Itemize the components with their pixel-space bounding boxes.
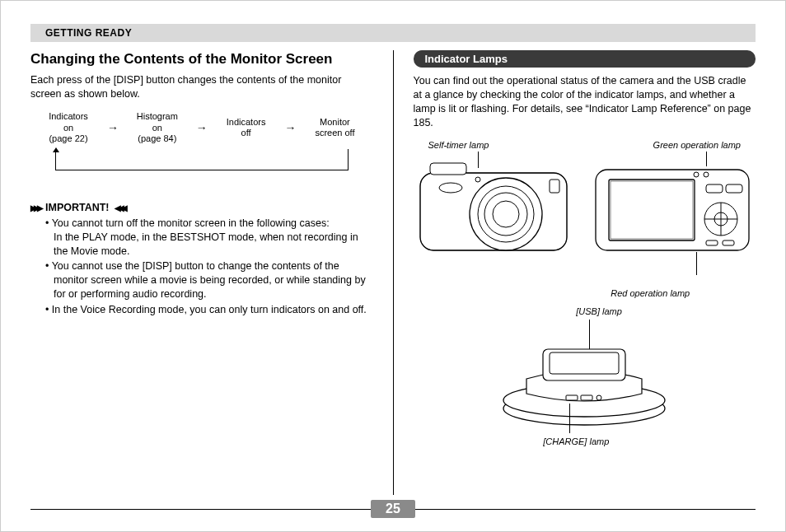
disp-flow-diagram: Indicators on (page 22) → Histogram on (… <box>30 111 373 185</box>
svg-rect-9 <box>550 180 559 193</box>
flow-item-indicators-on: Indicators on (page 22) <box>35 111 101 145</box>
page-footer: 25 <box>30 500 756 518</box>
triangle-right-icon <box>30 202 40 213</box>
svg-rect-20 <box>726 184 742 193</box>
two-column-layout: Changing the Contents of the Monitor Scr… <box>30 50 756 495</box>
arrow-right-icon: → <box>196 121 208 134</box>
camera-back-svg <box>591 155 756 262</box>
flow-item-monitor-off: Monitor screen off <box>302 117 367 140</box>
self-timer-lamp-label: Self-timer lamp <box>428 140 489 150</box>
important-item: You cannot turn off the monitor screen i… <box>45 217 373 259</box>
important-item: In the Voice Recording mode, you can onl… <box>45 303 373 317</box>
camera-front-svg <box>414 155 574 262</box>
svg-rect-28 <box>581 395 592 400</box>
svg-point-29 <box>597 395 601 400</box>
page: GETTING READY Changing the Contents of t… <box>0 0 786 532</box>
red-operation-lamp-label: Red operation lamp <box>414 288 756 298</box>
important-heading: IMPORTANT! <box>30 202 373 213</box>
flow-item-histogram-on: Histogram on (page 84) <box>124 111 190 145</box>
section-header-text: GETTING READY <box>45 27 132 39</box>
left-column: Changing the Contents of the Monitor Scr… <box>30 50 373 495</box>
arrow-right-icon: → <box>285 121 297 134</box>
leader-line <box>569 404 570 433</box>
usb-cradle-svg <box>494 329 675 428</box>
svg-rect-26 <box>550 352 619 374</box>
svg-point-6 <box>493 201 519 227</box>
leader-line <box>478 152 479 168</box>
svg-rect-2 <box>430 163 466 175</box>
leader-line <box>706 152 707 166</box>
leader-line <box>696 252 697 275</box>
important-list: You cannot turn off the monitor screen i… <box>30 217 373 317</box>
top-labels-row: Self-timer lamp Green operation lamp <box>414 140 756 150</box>
svg-rect-27 <box>566 395 578 400</box>
charge-lamp-label: [CHARGE] lamp <box>543 436 609 446</box>
svg-rect-12 <box>611 181 693 239</box>
right-intro: You can find out the operational status … <box>414 74 756 130</box>
section-header-bar: GETTING READY <box>30 24 756 42</box>
important-label: IMPORTANT! <box>45 202 110 213</box>
left-heading: Changing the Contents of the Monitor Scr… <box>30 50 373 68</box>
flow-item-indicators-off: Indicators off <box>213 117 279 140</box>
flow-return-line <box>55 149 349 170</box>
svg-point-7 <box>439 183 462 193</box>
svg-rect-22 <box>723 240 734 245</box>
footer-line <box>415 509 756 510</box>
green-operation-lamp-label: Green operation lamp <box>653 140 741 150</box>
left-intro: Each press of the [DISP] button changes … <box>30 73 373 101</box>
camera-front-illustration <box>414 155 574 262</box>
svg-rect-19 <box>706 184 723 193</box>
usb-lamp-label: [USB] lamp <box>576 306 622 316</box>
important-item: You cannot use the [DISP] button to chan… <box>45 259 373 301</box>
column-divider <box>393 50 394 495</box>
cradle-illustration-block: [USB] lamp [CHARGE] lamp <box>414 306 756 446</box>
svg-point-18 <box>694 172 699 177</box>
svg-point-17 <box>704 172 709 177</box>
triangle-left-icon <box>115 202 124 213</box>
camera-back-illustration <box>591 155 756 262</box>
page-number: 25 <box>371 500 415 518</box>
svg-point-8 <box>475 177 480 182</box>
right-column: Indicator Lamps You can find out the ope… <box>414 50 756 495</box>
indicator-lamps-heading: Indicator Lamps <box>414 50 756 68</box>
arrow-right-icon: → <box>107 121 119 134</box>
footer-line <box>30 509 371 510</box>
camera-illustrations-row <box>414 155 756 262</box>
svg-rect-21 <box>706 240 718 245</box>
